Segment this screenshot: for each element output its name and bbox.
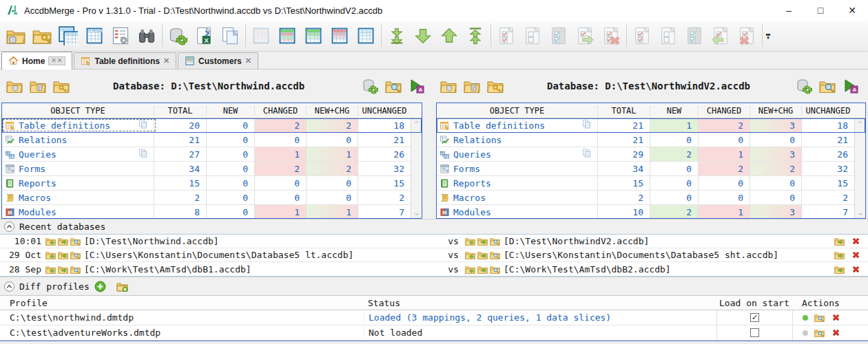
object-row-table-definitions[interactable]: Table definitions2112318 bbox=[437, 118, 865, 133]
browse-profile-icon[interactable] bbox=[814, 327, 825, 338]
copy-objects-button[interactable] bbox=[55, 23, 81, 49]
load-on-start-checkbox[interactable]: ✓ bbox=[750, 313, 759, 322]
delete-profile-icon[interactable] bbox=[831, 327, 841, 338]
tab-close-icon[interactable]: ✕ bbox=[245, 56, 251, 65]
find-binoculars-button[interactable] bbox=[134, 23, 160, 49]
export-excel-button[interactable]: X bbox=[191, 23, 217, 49]
collapse-recent-button[interactable] bbox=[4, 222, 14, 232]
open-pair-icon[interactable] bbox=[465, 250, 475, 260]
refresh-database-button[interactable] bbox=[360, 76, 380, 96]
apply-checked-to-right-button[interactable] bbox=[572, 23, 598, 49]
delete-profile-icon[interactable] bbox=[831, 312, 841, 323]
expand-all-down-button[interactable] bbox=[384, 23, 410, 49]
copy-objects-icon[interactable] bbox=[581, 148, 592, 160]
tab-customers[interactable]: Customers✕ bbox=[178, 52, 258, 69]
browse-database-button[interactable] bbox=[383, 76, 404, 96]
browse-icon[interactable] bbox=[490, 236, 500, 246]
diff-profile-row[interactable]: C:\test\northwind.dmtdpLoaded (3 mapping… bbox=[0, 310, 868, 325]
filter-new-changed-table-button[interactable] bbox=[274, 23, 300, 49]
column-header-total[interactable]: TOTAL bbox=[598, 106, 650, 116]
open-left-icon[interactable] bbox=[58, 264, 68, 275]
maximize-button[interactable]: □ bbox=[805, 0, 836, 21]
browse-database-button[interactable] bbox=[817, 76, 838, 96]
tab-home[interactable]: Home✕✕ bbox=[1, 52, 72, 69]
object-row-reports[interactable]: Reports1500015 bbox=[437, 176, 865, 191]
open-left-icon[interactable] bbox=[477, 250, 488, 260]
object-row-forms[interactable]: Forms3402232 bbox=[437, 162, 865, 176]
toolbar-overflow-button[interactable]: ▬▾ bbox=[766, 32, 770, 39]
column-header-unchanged[interactable]: UNCHANGED bbox=[358, 106, 411, 116]
column-header-total[interactable]: TOTAL bbox=[154, 106, 207, 116]
uncheck-all-left-button[interactable] bbox=[519, 23, 546, 49]
tab-table-definitions[interactable]: Table definitions✕ bbox=[74, 52, 176, 69]
open-database-button[interactable] bbox=[438, 76, 459, 96]
refresh-database-button[interactable] bbox=[794, 76, 814, 96]
object-row-queries[interactable]: Queries2701126 bbox=[2, 147, 422, 162]
filter-unchanged-table-button[interactable] bbox=[353, 23, 379, 49]
object-row-modules[interactable]: Modules80117 bbox=[2, 205, 422, 219]
remove-recent-icon[interactable] bbox=[851, 264, 861, 275]
open-from-clipboard-button[interactable] bbox=[28, 76, 48, 96]
load-pair-icon[interactable] bbox=[834, 250, 845, 260]
close-button[interactable]: ✕ bbox=[836, 0, 868, 21]
object-row-modules[interactable]: Modules102137 bbox=[437, 205, 865, 219]
column-header-changed[interactable]: CHANGED bbox=[255, 106, 307, 116]
load-on-start-checkbox[interactable] bbox=[750, 328, 759, 337]
open-pair-icon[interactable] bbox=[45, 264, 56, 275]
check-all-left-button[interactable] bbox=[493, 23, 519, 49]
discard-checks-right-button[interactable] bbox=[734, 23, 760, 49]
open-left-icon[interactable] bbox=[58, 250, 68, 260]
browse-icon[interactable] bbox=[70, 250, 81, 260]
recent-database-row[interactable]: 10:01[D:\Test\Northwind.accdb]vs[D:\Test… bbox=[0, 235, 868, 248]
filter-changed-table-button[interactable] bbox=[327, 23, 353, 49]
open-right-database-folder-button[interactable] bbox=[29, 23, 55, 49]
column-header-new-chg[interactable]: NEW+CHG bbox=[750, 106, 802, 116]
step-down-button[interactable] bbox=[410, 23, 436, 49]
open-pair-icon[interactable] bbox=[465, 264, 475, 275]
object-row-queries[interactable]: Queries2921326 bbox=[437, 147, 865, 162]
object-row-forms[interactable]: Forms3402232 bbox=[2, 162, 422, 176]
collapse-all-up-button[interactable] bbox=[462, 23, 488, 49]
browse-icon[interactable] bbox=[70, 236, 81, 246]
copy-objects-icon[interactable] bbox=[138, 148, 148, 160]
grid-vertical-scrollbar[interactable] bbox=[854, 118, 865, 218]
recent-database-row[interactable]: 29 Oct[C:\Users\Konstantin\Documents\Dat… bbox=[0, 248, 868, 262]
filter-new-table-button[interactable] bbox=[300, 23, 327, 49]
remove-recent-icon[interactable] bbox=[851, 236, 861, 246]
diff-profile-row[interactable]: C:\test\adventureWorks.dmtdpNot loaded bbox=[0, 325, 868, 341]
column-header-object-type[interactable]: OBJECT TYPE bbox=[2, 106, 154, 116]
apply-checked-to-left-button[interactable] bbox=[707, 23, 734, 49]
load-pair-icon[interactable] bbox=[834, 264, 845, 275]
check-changed-left-button[interactable] bbox=[546, 23, 572, 49]
column-header-changed[interactable]: CHANGED bbox=[699, 106, 750, 116]
open-pair-icon[interactable] bbox=[465, 236, 475, 246]
open-in-access-button[interactable]: A bbox=[406, 76, 427, 96]
object-row-table-definitions[interactable]: Table definitions2002218 bbox=[2, 118, 422, 133]
browse-icon[interactable] bbox=[490, 264, 500, 275]
open-from-clipboard-button[interactable] bbox=[462, 76, 482, 96]
step-up-button[interactable] bbox=[436, 23, 462, 49]
copy-pages-button[interactable] bbox=[217, 23, 243, 49]
object-row-macros[interactable]: Macros20002 bbox=[2, 191, 422, 205]
grid-vertical-scrollbar[interactable] bbox=[411, 118, 422, 218]
filter-all-table-button[interactable] bbox=[248, 23, 274, 49]
column-header-unchanged[interactable]: UNCHANGED bbox=[802, 106, 854, 116]
column-header-new[interactable]: NEW bbox=[650, 106, 699, 116]
load-pair-icon[interactable] bbox=[834, 236, 845, 246]
open-database-button[interactable] bbox=[4, 76, 25, 96]
open-left-icon[interactable] bbox=[58, 236, 68, 246]
collapse-profiles-button[interactable] bbox=[4, 281, 14, 292]
tab-close-icon[interactable]: ✕ bbox=[163, 56, 169, 65]
options-checklist-button[interactable] bbox=[107, 23, 134, 49]
check-changed-right-button[interactable] bbox=[681, 23, 707, 49]
add-profile-button[interactable] bbox=[94, 281, 106, 292]
copy-objects-icon[interactable] bbox=[581, 119, 592, 131]
browse-icon[interactable] bbox=[70, 264, 81, 275]
open-left-database-folder-button[interactable] bbox=[3, 23, 29, 49]
column-header-new-chg[interactable]: NEW+CHG bbox=[307, 106, 358, 116]
uncheck-all-right-button[interactable] bbox=[655, 23, 681, 49]
recent-database-row[interactable]: 28 Sep[C:\Work\Test\AmTsd\dbB1.accdb]vs[… bbox=[0, 262, 868, 276]
open-in-access-button[interactable]: A bbox=[840, 76, 861, 96]
copy-objects-icon[interactable] bbox=[138, 119, 148, 131]
browse-icon[interactable] bbox=[490, 250, 500, 260]
